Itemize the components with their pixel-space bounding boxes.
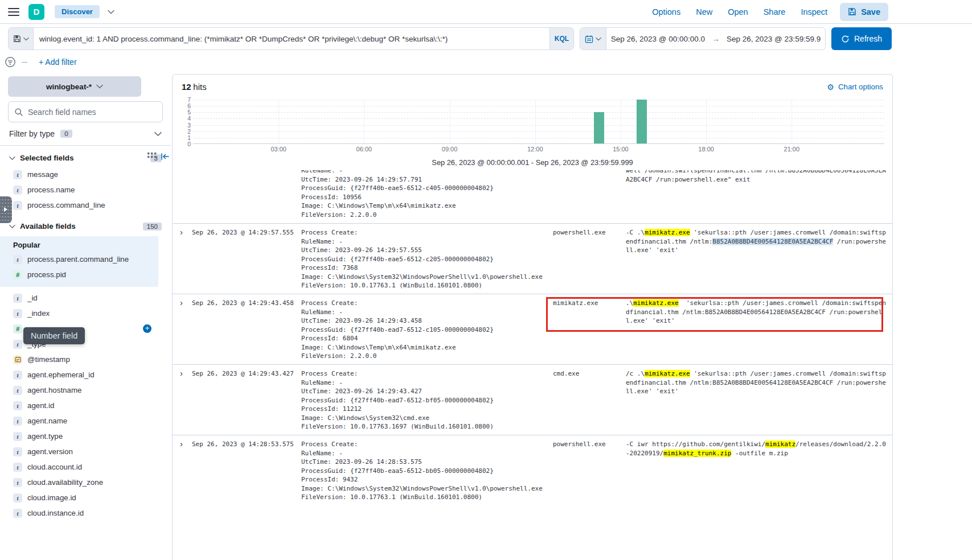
- expand-row-icon[interactable]: [173, 170, 192, 223]
- app-logo[interactable]: D: [28, 4, 44, 20]
- header-nav: OptionsNewOpenShareInspect: [652, 7, 827, 17]
- message-cell: Process Create:RuleName: -UtcTime: 2023-…: [301, 228, 552, 294]
- date-picker: Sep 26, 2023 @ 00:00:00.0 → Sep 26, 2023…: [580, 27, 826, 50]
- gridline: [278, 100, 279, 143]
- collapse-sidebar-icon[interactable]: [161, 153, 170, 160]
- chevron-down-icon[interactable]: [108, 10, 114, 14]
- y-tick-label: 6: [187, 102, 191, 109]
- histogram-bar[interactable]: [637, 100, 647, 143]
- date-from[interactable]: Sep 26, 2023 @ 00:00:00.0: [611, 35, 705, 43]
- refresh-button[interactable]: Refresh: [831, 27, 892, 50]
- field-item-message[interactable]: tmessage: [0, 167, 171, 182]
- field-name: _index: [27, 309, 50, 318]
- gridline: [450, 100, 450, 143]
- search-icon: [14, 108, 23, 117]
- x-tick-label: 09:00: [442, 146, 458, 153]
- menu-icon[interactable]: [8, 8, 19, 16]
- field-name: agent.hostname: [27, 386, 81, 394]
- field-item-agent.id[interactable]: tagent.id: [0, 398, 171, 413]
- available-fields-section-toggle[interactable]: Available fields 150: [0, 213, 171, 235]
- number-field-icon: #: [13, 270, 22, 279]
- header-link-inspect[interactable]: Inspect: [801, 7, 827, 17]
- save-icon: [848, 7, 856, 16]
- field-item-agent.type[interactable]: tagent.type: [0, 429, 171, 444]
- field-item-agent.ephemeral_id[interactable]: tagent.ephemeral_id: [0, 367, 171, 382]
- field-item-agent.hostname[interactable]: tagent.hostname: [0, 382, 171, 398]
- gridline: [193, 106, 884, 106]
- filter-by-type-toggle[interactable]: Filter by type 0: [0, 122, 171, 146]
- expand-row-icon[interactable]: ›: [173, 299, 192, 364]
- field-name: process.command_line: [27, 201, 105, 209]
- saved-query-menu-button[interactable]: [9, 28, 34, 50]
- field-item-process.command_line[interactable]: tprocess.command_line: [0, 197, 171, 213]
- field-name: cloud.availability_zone: [27, 478, 103, 487]
- text-field-icon: t: [13, 432, 22, 441]
- grid-icon[interactable]: [147, 153, 157, 158]
- chart-options-button[interactable]: ⚙ Chart options: [827, 83, 883, 92]
- message-cell: Process Create:RuleName: -UtcTime: 2023-…: [301, 440, 552, 505]
- field-item-agent.name[interactable]: tagent.name: [0, 413, 171, 429]
- query-language-button[interactable]: KQL: [549, 28, 573, 50]
- hits-label: hits: [193, 82, 206, 92]
- index-pattern-select[interactable]: winlogbeat-*: [8, 76, 141, 97]
- filter-by-type-count-badge: 0: [60, 130, 72, 138]
- filter-bar: + Add filter: [0, 55, 77, 69]
- gridline: [706, 100, 707, 143]
- expand-row-icon[interactable]: ›: [173, 440, 192, 505]
- divider: [22, 62, 27, 63]
- date-picker-menu-button[interactable]: [580, 28, 606, 50]
- popular-fields-group: Popular tprocess.parent.command_line#pro…: [0, 236, 158, 287]
- add-filter-button[interactable]: + Add filter: [39, 57, 77, 67]
- time-cell: Sep 26, 2023 @ 14:29:43.458: [192, 299, 301, 364]
- table-row[interactable]: ›Sep 26, 2023 @ 14:29:43.427Process Crea…: [173, 364, 892, 435]
- field-item-process.pid[interactable]: #process.pid: [0, 267, 158, 282]
- field-item-_index[interactable]: t_index: [0, 306, 171, 321]
- process-name-cell: [552, 170, 626, 223]
- field-item-cloud.image.id[interactable]: tcloud.image.id: [0, 490, 171, 505]
- histogram-bar[interactable]: [594, 112, 604, 143]
- table-row[interactable]: ›Sep 26, 2023 @ 14:29:43.458Process Crea…: [173, 294, 892, 364]
- chevron-down-icon: [9, 156, 15, 160]
- time-cell: Sep 26, 2023 @ 14:28:53.575: [192, 440, 301, 505]
- field-item-cloud.account.id[interactable]: tcloud.account.id: [0, 459, 171, 475]
- add-field-as-column-button[interactable]: +: [143, 324, 151, 333]
- table-row[interactable]: RuleName: -UtcTime: 2023-09-26 14:29:57.…: [173, 170, 892, 223]
- field-item-process.parent.command_line[interactable]: tprocess.parent.command_line: [0, 252, 158, 267]
- date-to[interactable]: Sep 26, 2023 @ 23:59:59.9: [727, 35, 821, 43]
- breadcrumb[interactable]: Discover: [55, 5, 100, 18]
- filter-icon[interactable]: [5, 56, 16, 68]
- header-link-open[interactable]: Open: [728, 7, 748, 17]
- save-button-label: Save: [861, 7, 880, 17]
- table-row[interactable]: ›Sep 26, 2023 @ 14:28:53.575Process Crea…: [173, 435, 892, 505]
- text-field-icon: t: [13, 386, 22, 395]
- x-tick-label: 15:00: [613, 146, 629, 153]
- save-button[interactable]: Save: [840, 3, 888, 21]
- field-name: agent.id: [27, 401, 54, 410]
- field-item-_id[interactable]: t_id: [0, 290, 171, 306]
- field-item-cloud.instance.id[interactable]: tcloud.instance.id: [0, 505, 171, 521]
- chevron-down-icon: [596, 37, 601, 41]
- table-row[interactable]: ›Sep 26, 2023 @ 14:29:57.555Process Crea…: [173, 223, 892, 294]
- selected-fields-section-toggle[interactable]: Selected fields 3: [0, 146, 171, 167]
- field-item-agent.version[interactable]: tagent.version: [0, 444, 171, 459]
- text-field-icon: t: [13, 478, 22, 487]
- header-link-new[interactable]: New: [696, 7, 712, 17]
- message-cell: Process Create:RuleName: -UtcTime: 2023-…: [301, 369, 552, 435]
- header-link-options[interactable]: Options: [652, 7, 680, 17]
- search-highlight: mimikatz: [765, 440, 795, 448]
- collapse-panel-handle[interactable]: [0, 196, 12, 223]
- date-field-icon: [13, 355, 22, 364]
- expand-row-icon[interactable]: ›: [173, 228, 192, 294]
- header-link-share[interactable]: Share: [764, 7, 786, 17]
- field-item-process.name[interactable]: tprocess.name: [0, 182, 171, 197]
- field-item-cloud.availability_zone[interactable]: tcloud.availability_zone: [0, 475, 171, 490]
- search-input[interactable]: Search field names: [8, 101, 163, 122]
- histogram-chart[interactable]: 01234567 03:0006:0009:0012:0015:0018:002…: [173, 94, 892, 154]
- process-name-cell: powershell.exe: [552, 440, 626, 505]
- field-name: @timestamp: [27, 355, 70, 364]
- text-field-icon: t: [13, 340, 22, 349]
- query-input[interactable]: winlog.event_id: 1 AND process.command_l…: [34, 28, 549, 50]
- expand-row-icon[interactable]: ›: [173, 369, 192, 435]
- x-tick-label: 12:00: [527, 146, 543, 153]
- field-item-@timestamp[interactable]: @timestamp: [0, 352, 171, 367]
